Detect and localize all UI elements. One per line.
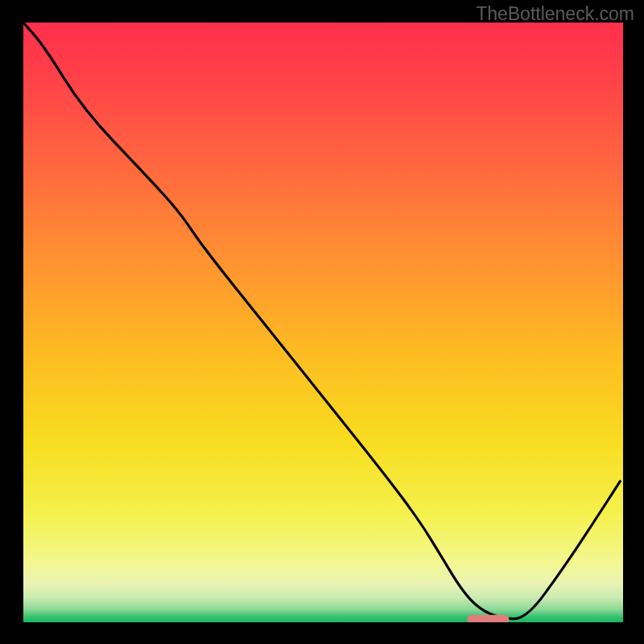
watermark-text: TheBottleneck.com	[476, 3, 634, 25]
chart-background	[23, 23, 623, 622]
chart-svg	[23, 23, 623, 622]
chart-plot-area	[23, 23, 623, 622]
result-marker	[467, 615, 509, 622]
